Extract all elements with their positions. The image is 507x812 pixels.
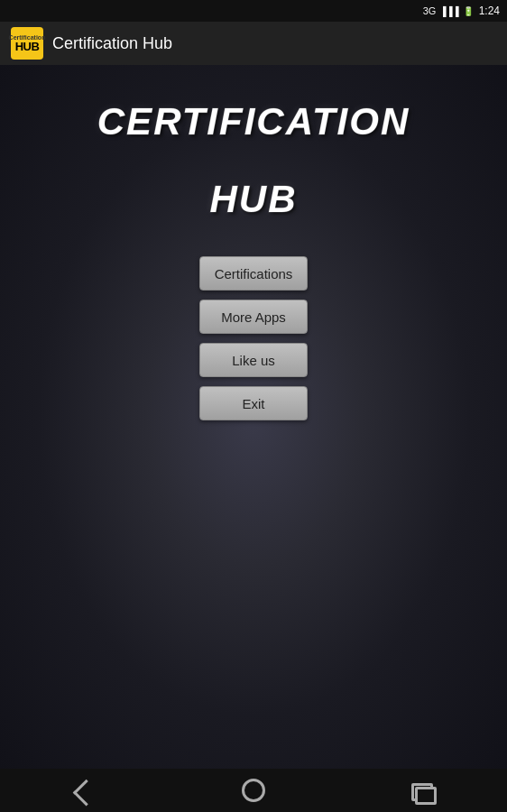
nav-bar (0, 769, 507, 812)
more-apps-button[interactable]: More Apps (199, 300, 308, 334)
exit-button[interactable]: Exit (199, 386, 308, 420)
time-display: 1:24 (479, 5, 500, 17)
app-title: Certification Hub (52, 34, 172, 53)
signal-text: 3G (423, 5, 437, 16)
title-bar: Certification HUB Certification Hub (0, 22, 507, 65)
battery-icon: 🔋 (463, 6, 474, 16)
app-icon-big-text: HUB (15, 41, 40, 52)
main-title-line2: HUB (97, 179, 410, 220)
main-content: CERTIFICATION HUB Certifications More Ap… (0, 65, 507, 769)
nav-home-button[interactable] (235, 772, 272, 808)
nav-back-button[interactable] (67, 772, 103, 808)
like-us-button[interactable]: Like us (199, 343, 308, 377)
status-icons: 3G ▐▐▐ 🔋 1:24 (423, 5, 500, 17)
certifications-button[interactable]: Certifications (199, 256, 308, 291)
main-heading: CERTIFICATION HUB (97, 101, 410, 220)
nav-recents-button[interactable] (404, 772, 440, 808)
status-bar: 3G ▐▐▐ 🔋 1:24 (0, 0, 507, 22)
signal-icon: ▐▐▐ (439, 6, 458, 16)
menu-buttons: Certifications More Apps Like us Exit (0, 256, 507, 420)
main-title-line1: CERTIFICATION (97, 101, 410, 143)
app-icon: Certification HUB (11, 27, 43, 60)
